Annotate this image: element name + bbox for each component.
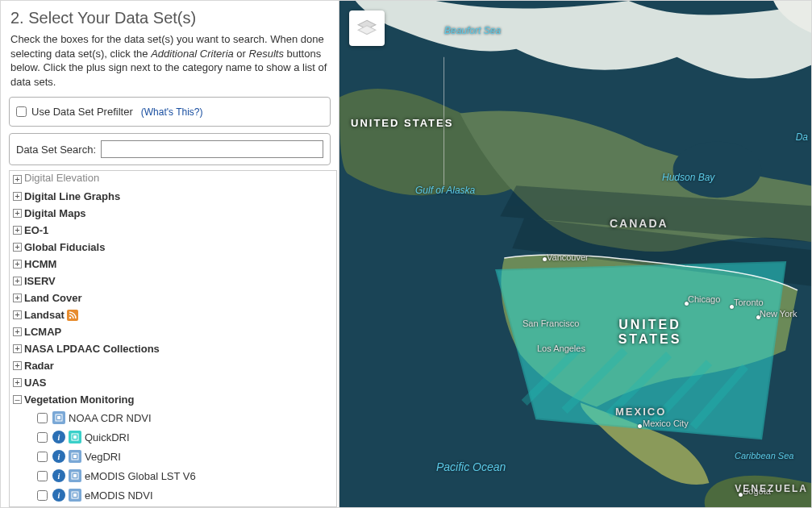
expand-icon[interactable]: +: [13, 344, 22, 353]
tree-label: UAS: [24, 377, 46, 389]
coverage-icon[interactable]: [69, 450, 81, 463]
tree-item-digital-maps[interactable]: + Digital Maps: [10, 205, 336, 222]
tree-item-nasa-lpdaac[interactable]: + NASA LPDAAC Collections: [10, 340, 336, 357]
tree-label: LCMAP: [24, 326, 61, 338]
dataset-noaa-cdr-ndvi[interactable]: NOAA CDR NDVI: [37, 408, 336, 427]
coverage-icon[interactable]: [69, 431, 81, 443]
tree-label: Global Fiducials: [24, 241, 105, 253]
layers-icon: [356, 18, 377, 39]
city-dot-mexico-city: [638, 424, 642, 428]
search-input[interactable]: [101, 140, 323, 158]
expand-icon[interactable]: +: [13, 361, 22, 370]
prefilter-box: Use Data Set Prefilter (What's This?): [9, 97, 331, 127]
dataset-checkbox[interactable]: [37, 413, 48, 423]
expand-icon[interactable]: +: [13, 243, 22, 252]
dataset-vegdri[interactable]: i VegDRI: [37, 447, 336, 466]
tree-label: Vegetation Monitoring: [24, 393, 135, 406]
expand-icon[interactable]: +: [13, 294, 22, 302]
info-icon[interactable]: i: [52, 489, 65, 502]
tree-item-land-cover[interactable]: + Land Cover: [10, 289, 336, 306]
tree-label: NASA LPDAAC Collections: [24, 343, 160, 355]
tree-item-hcmm[interactable]: + HCMM: [10, 256, 336, 273]
tree-label: ISERV: [24, 275, 56, 287]
city-dot-toronto: [730, 305, 734, 309]
tree-label: Digital Line Graphs: [24, 190, 120, 202]
instructions-mid: or: [234, 48, 249, 60]
tree-item-landsat[interactable]: + Landsat: [10, 306, 336, 323]
layers-button[interactable]: [349, 10, 385, 46]
search-label: Data Set Search:: [16, 144, 96, 156]
tree-item-iserv[interactable]: + ISERV: [10, 273, 336, 289]
coverage-icon[interactable]: [52, 411, 65, 424]
tree-item-global-fiducials[interactable]: + Global Fiducials: [10, 239, 336, 256]
dataset-emodis-ndvi[interactable]: i eMODIS NDVI: [37, 485, 336, 505]
expand-icon[interactable]: +: [13, 175, 22, 184]
info-icon[interactable]: i: [52, 469, 65, 482]
expand-icon[interactable]: +: [13, 277, 22, 285]
svg-rect-10: [73, 493, 77, 497]
dataset-label: QuickDRI: [85, 431, 130, 443]
svg-rect-4: [73, 435, 77, 439]
dataset-checkbox[interactable]: [37, 471, 48, 481]
tree-item-uas[interactable]: + UAS: [10, 374, 336, 391]
expand-icon[interactable]: +: [13, 327, 22, 336]
expand-icon[interactable]: +: [13, 378, 22, 387]
info-icon[interactable]: i: [52, 450, 65, 463]
tree-item-digital-line-graphs[interactable]: + Digital Line Graphs: [10, 188, 336, 205]
expand-icon[interactable]: +: [13, 260, 22, 269]
svg-point-0: [69, 316, 72, 319]
tree-label: EO-1: [24, 224, 48, 236]
basemap: [339, 1, 811, 507]
prefilter-label: Use Data Set Prefilter: [31, 106, 133, 118]
city-dot-bogota: [739, 493, 743, 497]
tree-label: Landsat: [24, 309, 65, 321]
dataset-label: eMODIS Global LST V6: [85, 470, 196, 482]
tree-label: HCMM: [24, 258, 56, 270]
coverage-icon[interactable]: [69, 489, 81, 502]
dataset-checkbox[interactable]: [37, 490, 48, 501]
city-dot-vancouver: [543, 257, 547, 261]
svg-rect-2: [57, 416, 60, 419]
svg-rect-8: [73, 474, 77, 477]
vegetation-children: NOAA CDR NDVI i QuickDRI i VegDRI i eMOD…: [10, 408, 336, 505]
city-dot-chicago: [685, 302, 689, 306]
prefilter-checkbox[interactable]: [16, 106, 27, 117]
tree-item-vegetation-monitoring[interactable]: – Vegetation Monitoring: [10, 391, 336, 408]
tree-label: Radar: [24, 360, 54, 372]
tree-item-eo1[interactable]: + EO-1: [10, 222, 336, 239]
dataset-emodis-global-lst[interactable]: i eMODIS Global LST V6: [37, 466, 336, 485]
dataset-label: NOAA CDR NDVI: [69, 412, 152, 424]
tree-item-digital-elevation[interactable]: + Digital Elevation: [10, 171, 336, 188]
svg-point-12: [673, 141, 762, 198]
tree-label: Digital Elevation: [24, 172, 99, 184]
sidebar: 2. Select Your Data Set(s) Check the box…: [1, 1, 339, 507]
city-dot-new-york: [756, 315, 760, 319]
expand-icon[interactable]: +: [13, 209, 22, 218]
dataset-tree[interactable]: + Digital Elevation + Digital Line Graph…: [9, 170, 337, 507]
tree-item-lcmap[interactable]: + LCMAP: [10, 323, 336, 340]
instructions: Check the boxes for the data set(s) you …: [1, 32, 339, 97]
svg-marker-15: [496, 262, 785, 439]
rss-icon[interactable]: [67, 310, 78, 321]
expand-icon[interactable]: +: [13, 226, 22, 235]
instructions-em2: Results: [249, 48, 284, 60]
tree-label: Digital Maps: [24, 207, 86, 219]
collapse-icon[interactable]: –: [13, 395, 22, 404]
coverage-icon[interactable]: [69, 469, 81, 482]
expand-icon[interactable]: +: [13, 192, 22, 201]
instructions-em1: Additional Criteria: [151, 48, 234, 60]
tree-item-radar[interactable]: + Radar: [10, 357, 336, 374]
info-icon[interactable]: i: [52, 431, 65, 443]
dataset-quickdri[interactable]: i QuickDRI: [37, 427, 336, 447]
dataset-checkbox[interactable]: [37, 432, 48, 443]
dataset-label: VegDRI: [85, 451, 121, 463]
tree-label: Land Cover: [24, 292, 82, 304]
svg-rect-6: [73, 455, 77, 458]
dataset-checkbox[interactable]: [37, 452, 48, 462]
search-box: Data Set Search:: [9, 133, 331, 165]
expand-icon[interactable]: +: [13, 310, 22, 319]
map[interactable]: Beaufort Sea UNITED STATES Gulf of Alask…: [339, 1, 811, 507]
page-heading: 2. Select Your Data Set(s): [1, 1, 339, 32]
whats-this-link[interactable]: (What's This?): [141, 106, 203, 118]
dataset-label: eMODIS NDVI: [85, 489, 153, 502]
